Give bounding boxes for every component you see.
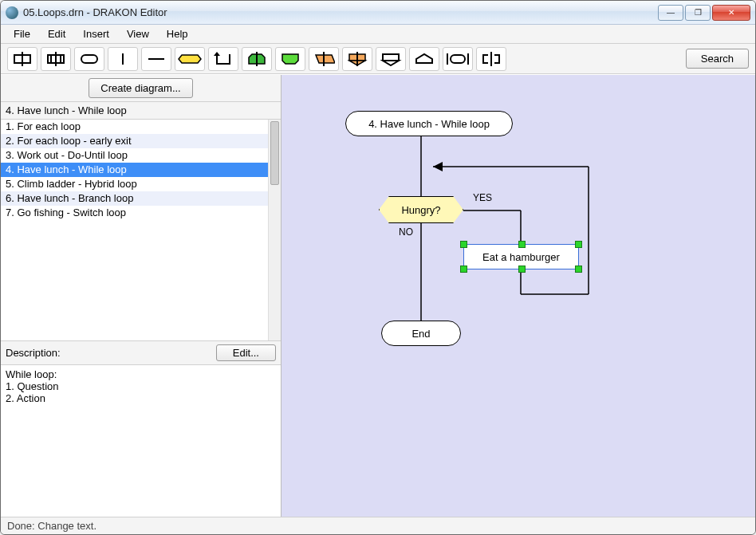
diagram-title-node[interactable]: 4. Have lunch - While loop [345,111,513,136]
resize-handle-ne[interactable] [575,241,582,248]
svg-rect-22 [451,55,465,63]
action-icon[interactable] [7,47,37,71]
menu-edit[interactable]: Edit [40,26,73,41]
app-icon [6,6,18,19]
diagram-action-node[interactable]: Eat a hamburger [463,244,579,269]
breadcrumb: 4. Have lunch - While loop [1,102,281,120]
svg-marker-34 [433,162,443,171]
edit-description-button[interactable]: Edit... [216,344,276,361]
menubar: File Edit Insert View Help [1,25,755,44]
toolbar: Search [1,44,755,74]
create-diagram-button[interactable]: Create diagram... [89,78,192,98]
menu-view[interactable]: View [119,26,157,41]
list-scrollbar[interactable] [268,120,281,340]
status-text: Done: Change text. [7,520,96,532]
left-pane: Create diagram... 4. Have lunch - While … [1,75,282,517]
branch-icon[interactable] [409,47,439,71]
menu-help[interactable]: Help [159,26,196,41]
diagram-title-text: 4. Have lunch - While loop [368,118,490,130]
svg-rect-6 [81,55,97,63]
diagram-action-text: Eat a hamburger [482,251,560,263]
list-item[interactable]: 7. Go fishing - Switch loop [1,206,268,220]
window-title: 05.Loops.drn - DRAKON Editor [23,6,658,18]
list-item[interactable]: 2. For each loop - early exit [1,134,268,148]
search-button[interactable]: Search [686,49,749,69]
terminator-icon[interactable] [74,47,104,71]
pause-icon[interactable] [476,47,506,71]
no-label: NO [399,226,413,238]
diagram-list[interactable]: 1. For each loop 2. For each loop - earl… [1,120,268,340]
svg-marker-20 [383,61,399,65]
diagram-question-text: Hungry? [401,204,440,216]
shelf-icon[interactable] [309,47,339,71]
list-item[interactable]: 4. Have lunch - While loop [1,163,268,177]
description-label: Description: [6,347,216,359]
scrollbar-thumb[interactable] [270,121,279,185]
svg-marker-10 [214,52,220,56]
resize-handle-n[interactable] [518,241,526,248]
list-item[interactable]: 3. Work out - Do-Until loop [1,148,268,163]
diagram-edges [282,75,755,517]
list-item[interactable]: 6. Have lunch - Branch loop [1,191,268,206]
titlebar[interactable]: 05.Loops.drn - DRAKON Editor — ❐ ✕ [1,1,755,25]
resize-handle-se[interactable] [575,266,582,273]
maximize-button[interactable]: ❐ [685,5,711,21]
end-for-icon[interactable] [275,47,305,71]
svg-marker-9 [179,55,201,63]
svg-marker-21 [416,54,432,63]
address-icon[interactable] [376,47,406,71]
horizontal-line-icon[interactable] [141,47,171,71]
minimize-button[interactable]: — [658,5,683,21]
begin-for-icon[interactable] [242,47,272,71]
resize-handle-nw[interactable] [460,241,467,248]
svg-marker-14 [316,55,335,63]
diagram-end-text: End [411,328,430,340]
diagram-end-node[interactable]: End [381,321,461,346]
close-button[interactable]: ✕ [712,5,750,21]
menu-file[interactable]: File [6,26,38,41]
svg-marker-13 [282,54,298,64]
resize-handle-sw[interactable] [460,266,467,273]
status-bar: Done: Change text. [1,517,755,534]
question-icon[interactable] [175,47,205,71]
description-text: While loop: 1. Question 2. Action [1,365,281,517]
insertion-icon[interactable] [41,47,71,71]
arrow-loop-icon[interactable] [208,47,238,71]
diagram-question-node[interactable]: Hungry? [379,196,463,223]
diagram-canvas[interactable]: 4. Have lunch - While loop Hungry? YES N… [282,75,755,517]
vertical-line-icon[interactable] [108,47,138,71]
resize-handle-s[interactable] [518,266,526,273]
menu-insert[interactable]: Insert [75,26,117,41]
case-icon[interactable] [342,47,372,71]
svg-rect-19 [383,54,399,61]
yes-label: YES [473,192,492,203]
list-item[interactable]: 5. Climb ladder - Hybrid loop [1,177,268,191]
timer-icon[interactable] [443,47,473,71]
list-item[interactable]: 1. For each loop [1,120,268,134]
